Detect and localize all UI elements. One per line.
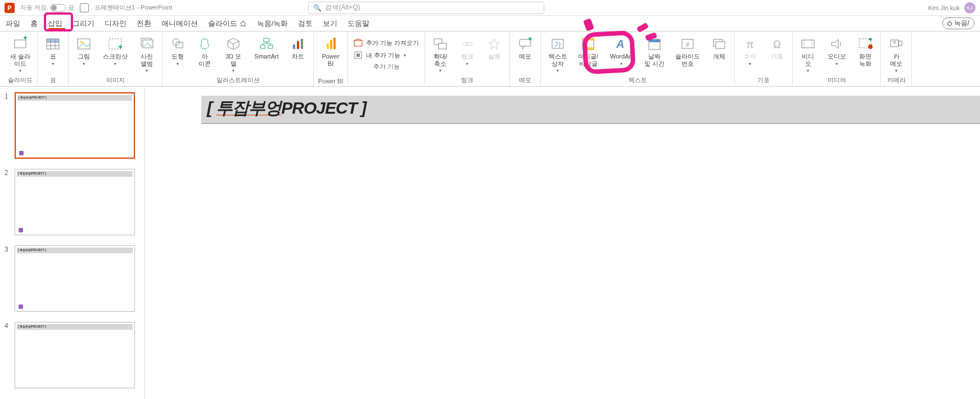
new-slide-button[interactable]: 새 슬라 이드 ▾	[7, 34, 34, 73]
screen-recording-label: 화면 녹화	[859, 53, 871, 67]
slide-title-open: [	[207, 98, 216, 117]
object-button[interactable]: 개체	[707, 34, 731, 60]
workspace: 1 [ 투잡부엉PROJECT ] 2 [ 투잡부엉PROJECT ] 3 [ …	[0, 87, 980, 399]
video-label: 비디 오	[802, 53, 814, 67]
equation-icon: π	[742, 36, 758, 52]
new-slide-label: 새 슬라 이드	[10, 53, 30, 67]
group-media-label: 미디어	[828, 74, 846, 86]
slide-title: [ 투잡부엉PROJECT ]	[207, 98, 366, 117]
video-button[interactable]: 비디 오 ▾	[796, 34, 820, 73]
wordart-button[interactable]: A WordArt ▾	[605, 34, 638, 66]
new-slide-icon	[12, 36, 28, 52]
svg-rect-47	[582, 38, 594, 41]
cube-icon	[225, 36, 241, 52]
svg-rect-70	[898, 41, 902, 46]
store-icon	[354, 38, 363, 47]
slide-thumbnail-panel[interactable]: 1 [ 투잡부엉PROJECT ] 2 [ 투잡부엉PROJECT ] 3 [ …	[0, 87, 145, 399]
slide-number-button[interactable]: # 슬라이드 번호	[671, 34, 704, 67]
tab-draw[interactable]: 그리기	[73, 19, 94, 29]
thumb-number: 3	[4, 245, 10, 312]
picture-button[interactable]: 그림 ▾	[72, 34, 96, 66]
search-input[interactable]: 🔍 검색(Alt+Q)	[308, 2, 544, 14]
record-button-label: 녹음/	[954, 19, 969, 28]
tab-insert[interactable]: 삽입	[48, 19, 62, 29]
chevron-down-icon: ▾	[404, 53, 406, 58]
svg-rect-37	[439, 43, 446, 49]
thumb-row[interactable]: 3 [ 투잡부엉PROJECT ]	[4, 245, 140, 312]
autosave-toggle[interactable]	[50, 4, 66, 12]
slide-thumb-4[interactable]: [ 투잡부엉PROJECT ]	[15, 322, 135, 388]
comment-button[interactable]: 메모	[513, 34, 537, 60]
chart-button[interactable]: 차트	[286, 34, 310, 60]
user-avatar[interactable]: KJ	[964, 2, 976, 14]
icons-icon	[197, 36, 213, 52]
tab-home[interactable]: 홈	[30, 19, 38, 29]
3d-models-label: 3D 모 델	[225, 53, 241, 67]
thumb-row[interactable]: 2 [ 투잡부엉PROJECT ]	[4, 169, 140, 235]
tab-active-underline	[48, 28, 65, 29]
my-addins-button[interactable]: 내 추가 기능 ▾	[351, 50, 421, 61]
icons-label: 아 이콘	[198, 53, 211, 67]
3d-models-button[interactable]: 3D 모 델 ▾	[220, 34, 247, 73]
slide-number-label: 슬라이드 번호	[675, 53, 700, 67]
datetime-button[interactable]: 날짜 및 시간	[641, 34, 668, 67]
thumb-logo-icon	[19, 228, 23, 232]
svg-rect-29	[301, 39, 303, 49]
comment-label: 메모	[519, 53, 531, 60]
action-icon	[486, 36, 502, 52]
icons-button[interactable]: 아 이콘	[193, 34, 216, 67]
tab-design[interactable]: 디자인	[105, 19, 127, 29]
zoom-icon	[432, 36, 448, 52]
tab-file[interactable]: 파일	[6, 19, 20, 29]
screenshot-label: 스크린샷	[103, 53, 128, 60]
picture-icon	[76, 36, 92, 52]
tab-slideshow[interactable]: 슬라이드 쇼	[208, 19, 247, 29]
slide-thumb-2[interactable]: [ 투잡부엉PROJECT ]	[15, 169, 135, 235]
smartart-button[interactable]: SmartArt	[250, 34, 283, 60]
chevron-down-icon: ▾	[557, 68, 559, 73]
cameo-button[interactable]: 카 메오 ▾	[884, 34, 908, 73]
svg-rect-51	[649, 39, 660, 42]
tab-transitions[interactable]: 전환	[137, 19, 151, 29]
chevron-down-icon: ▾	[114, 61, 116, 66]
screen-recording-button[interactable]: 화면 녹화	[853, 34, 877, 67]
shapes-button[interactable]: 도형 ▾	[166, 34, 189, 66]
action-button: 실행	[482, 34, 506, 60]
tab-record[interactable]: 녹음/녹화	[257, 19, 288, 29]
symbol-label: 기호	[771, 53, 783, 60]
slide-title-bar[interactable]: [ 투잡부엉PROJECT ]	[201, 96, 980, 124]
thumb-row[interactable]: 1 [ 투잡부엉PROJECT ]	[4, 92, 140, 159]
tab-view[interactable]: 보기	[323, 19, 337, 29]
chevron-down-icon: ▾	[19, 68, 21, 73]
textbox-button[interactable]: 가 텍스트 상자 ▾	[544, 34, 571, 73]
tab-help[interactable]: 도움말	[347, 19, 369, 29]
group-slides-label: 슬라이드	[8, 74, 33, 86]
document-title: 프레젠테이션1 - PowerPoint	[94, 3, 172, 12]
photo-album-button[interactable]: 사진 앨범 ▾	[135, 34, 159, 73]
svg-text:#: #	[686, 42, 689, 48]
slide-thumb-1[interactable]: [ 투잡부엉PROJECT ]	[15, 92, 135, 159]
get-addins-label: 추가 기능 가져오기	[366, 39, 419, 47]
equation-button: π 수식 ▾	[738, 34, 762, 66]
chevron-down-icon: ▾	[52, 61, 54, 66]
audio-label: 오디오	[828, 53, 846, 60]
tab-animations[interactable]: 애니메이션	[161, 19, 198, 29]
svg-marker-40	[489, 39, 499, 49]
table-button[interactable]: 표 ▾	[41, 34, 65, 66]
screenshot-button[interactable]: 스크린샷 ▾	[99, 34, 132, 66]
symbol-icon: Ω	[769, 36, 785, 52]
tab-review[interactable]: 검토	[298, 19, 313, 29]
slide-thumb-3[interactable]: [ 투잡부엉PROJECT ]	[15, 245, 135, 312]
save-icon[interactable]	[80, 3, 89, 12]
audio-button[interactable]: 오디오 ▾	[823, 34, 850, 66]
svg-rect-35	[356, 53, 360, 57]
zoom-button[interactable]: 확대/ 축소 ▾	[428, 34, 452, 73]
record-button[interactable]: 녹음/	[942, 17, 974, 29]
thumb-row[interactable]: 4 [ 투잡부엉PROJECT ]	[4, 322, 140, 388]
svg-marker-63	[832, 39, 838, 48]
ribbon-tabs: 파일 홈 삽입 그리기 디자인 전환 애니메이션 슬라이드 쇼 녹음/녹화 검토…	[0, 16, 980, 32]
get-addins-button[interactable]: 추가 기능 가져오기	[351, 37, 421, 48]
header-footer-button[interactable]: 머리글/ 바닥글	[575, 34, 602, 67]
powerbi-button[interactable]: Power BI	[317, 34, 344, 67]
slide-canvas[interactable]: [ 투잡부엉PROJECT ]	[145, 87, 980, 399]
